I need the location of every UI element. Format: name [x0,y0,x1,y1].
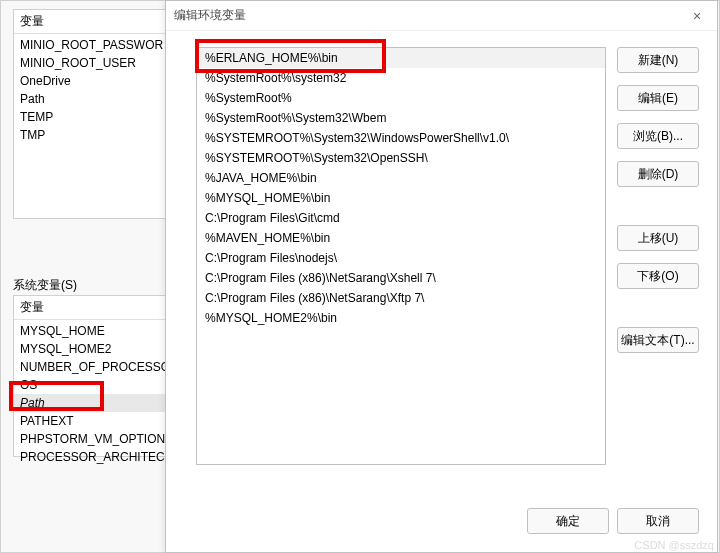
edit-text-button[interactable]: 编辑文本(T)... [617,327,699,353]
path-entry-row[interactable]: C:\Program Files\nodejs\ [197,248,605,268]
path-entry-row[interactable]: C:\Program Files (x86)\NetSarang\Xftp 7\ [197,288,605,308]
path-entry-row[interactable]: %SystemRoot%\system32 [197,68,605,88]
edit-button[interactable]: 编辑(E) [617,85,699,111]
path-entry-row[interactable]: %SystemRoot%\System32\Wbem [197,108,605,128]
path-entry-row[interactable]: C:\Program Files (x86)\NetSarang\Xshell … [197,268,605,288]
path-entry-row[interactable]: %MAVEN_HOME%\bin [197,228,605,248]
path-entry-row[interactable]: %MYSQL_HOME2%\bin [197,308,605,328]
cancel-button[interactable]: 取消 [617,508,699,534]
path-entry-row[interactable]: %SYSTEMROOT%\System32\OpenSSH\ [197,148,605,168]
path-entry-row[interactable]: C:\Program Files\Git\cmd [197,208,605,228]
path-entry-row[interactable]: %JAVA_HOME%\bin [197,168,605,188]
delete-button[interactable]: 删除(D) [617,161,699,187]
move-down-button[interactable]: 下移(O) [617,263,699,289]
ok-button[interactable]: 确定 [527,508,609,534]
dialog-side-buttons: 新建(N) 编辑(E) 浏览(B)... 删除(D) 上移(U) 下移(O) 编… [617,47,699,365]
path-entry-row[interactable]: %MYSQL_HOME%\bin [197,188,605,208]
path-entry-row[interactable]: %SYSTEMROOT%\System32\WindowsPowerShell\… [197,128,605,148]
new-button[interactable]: 新建(N) [617,47,699,73]
system-vars-section-label: 系统变量(S) [13,277,77,294]
close-icon[interactable]: × [685,4,709,28]
browse-button[interactable]: 浏览(B)... [617,123,699,149]
edit-env-variable-dialog: 编辑环境变量 × %ERLANG_HOME%\bin %SystemRoot%\… [165,0,718,553]
dialog-titlebar: 编辑环境变量 × [166,1,717,31]
path-entries-listbox[interactable]: %ERLANG_HOME%\bin %SystemRoot%\system32 … [196,47,606,465]
dialog-footer: 确定 取消 [166,502,717,552]
dialog-title: 编辑环境变量 [174,7,685,24]
path-entry-row[interactable]: %ERLANG_HOME%\bin [197,48,605,68]
move-up-button[interactable]: 上移(U) [617,225,699,251]
path-entry-row[interactable]: %SystemRoot% [197,88,605,108]
